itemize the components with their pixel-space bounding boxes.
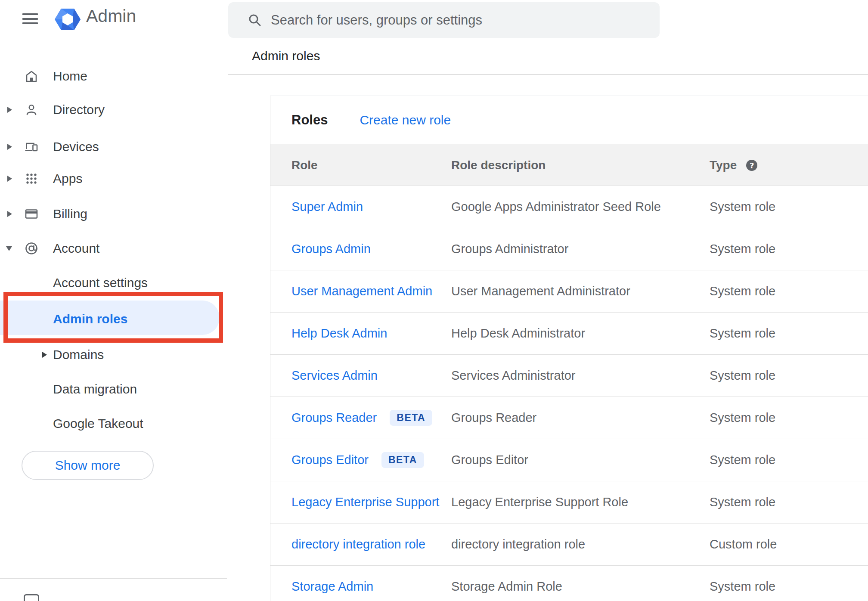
sidebar-item-devices[interactable]: Devices	[0, 130, 224, 164]
app-title: Admin	[86, 6, 136, 26]
role-type-cell: System role	[710, 270, 775, 312]
role-cell: directory integration role	[291, 524, 425, 565]
sidebar-item-domains[interactable]: Domains	[0, 338, 224, 372]
table-row: Storage Admin Storage Admin Role System …	[270, 566, 868, 601]
role-type-cell: System role	[710, 566, 775, 601]
expand-arrow-icon[interactable]	[7, 144, 12, 150]
role-description-cell: Storage Admin Role	[451, 566, 562, 601]
show-more-button[interactable]: Show more	[22, 451, 154, 480]
role-type-cell: System role	[710, 228, 775, 270]
role-link[interactable]: Legacy Enterprise Support	[291, 495, 439, 509]
role-link[interactable]: Services Admin	[291, 369, 378, 383]
table-row: Groups Reader BETA Groups Reader System …	[270, 397, 868, 439]
role-link[interactable]: directory integration role	[291, 537, 425, 551]
expand-arrow-icon[interactable]	[7, 176, 12, 182]
expand-arrow-icon[interactable]	[42, 352, 47, 358]
role-cell: Super Admin	[291, 186, 363, 228]
apps-grid-icon	[24, 171, 39, 186]
table-row: Help Desk Admin Help Desk Administrator …	[270, 313, 868, 355]
admin-logo-icon[interactable]	[55, 8, 81, 31]
clipped-bottom-icon	[24, 594, 39, 601]
role-cell: Legacy Enterprise Support	[291, 481, 439, 523]
role-description-cell: Help Desk Administrator	[451, 313, 585, 354]
breadcrumb: Admin roles	[252, 49, 320, 63]
card-icon	[24, 206, 39, 222]
expand-arrow-icon[interactable]	[7, 211, 12, 217]
sidebar-item-apps[interactable]: Apps	[0, 161, 224, 196]
person-icon	[24, 102, 39, 118]
column-header-type: Type ?	[710, 144, 757, 186]
sidebar-item-google-takeout[interactable]: Google Takeout	[0, 406, 224, 441]
sidebar-item-label: Data migration	[53, 382, 137, 397]
table-row: Super Admin Google Apps Administrator Se…	[270, 186, 868, 228]
sidebar-item-account-settings[interactable]: Account settings	[0, 266, 224, 300]
roles-heading: Roles	[291, 112, 328, 128]
menu-hamburger-icon[interactable]	[22, 13, 38, 24]
role-cell: Groups Editor BETA	[291, 439, 424, 481]
sidebar-item-billing[interactable]: Billing	[0, 197, 224, 231]
role-cell: Storage Admin	[291, 566, 373, 601]
role-description-cell: Legacy Enterprise Support Role	[451, 481, 628, 523]
role-description-cell: Groups Reader	[451, 397, 536, 439]
role-cell: Help Desk Admin	[291, 313, 387, 354]
sidebar-item-admin-roles[interactable]: Admin roles	[0, 302, 224, 336]
sidebar-item-data-migration[interactable]: Data migration	[0, 372, 224, 406]
sidebar-item-label: Devices	[53, 139, 99, 154]
table-row: User Management Admin User Management Ad…	[270, 270, 868, 313]
role-link[interactable]: User Management Admin	[291, 284, 432, 298]
sidebar-item-label: Home	[53, 69, 87, 84]
role-link[interactable]: Storage Admin	[291, 579, 373, 594]
create-new-role-link[interactable]: Create new role	[360, 113, 451, 127]
sidebar-item-label: Account settings	[53, 276, 148, 290]
role-description-cell: directory integration role	[451, 524, 585, 565]
role-cell: User Management Admin	[291, 270, 432, 312]
role-link[interactable]: Super Admin	[291, 200, 363, 214]
collapse-arrow-icon[interactable]	[6, 246, 12, 251]
role-description-cell: User Management Administrator	[451, 270, 630, 312]
sidebar-item-label: Google Takeout	[53, 416, 143, 431]
beta-badge: BETA	[381, 452, 424, 468]
expand-arrow-icon[interactable]	[7, 107, 12, 113]
at-sign-icon	[24, 241, 39, 256]
search-icon	[248, 13, 262, 28]
column-header-role: Role	[291, 144, 318, 186]
role-type-cell: Custom role	[710, 524, 777, 565]
search-input[interactable]	[270, 12, 660, 28]
sidebar-bottom-divider	[0, 578, 227, 579]
role-description-cell: Google Apps Administrator Seed Role	[451, 186, 661, 228]
role-link[interactable]: Groups Reader	[291, 411, 377, 425]
sidebar-item-label: Admin roles	[53, 312, 127, 326]
role-link[interactable]: Groups Admin	[291, 242, 371, 256]
column-header-description: Role description	[451, 144, 546, 186]
table-row: Groups Admin Groups Administrator System…	[270, 228, 868, 270]
home-icon	[24, 68, 39, 84]
devices-icon	[24, 139, 39, 155]
sidebar-item-account[interactable]: Account	[0, 231, 224, 266]
role-type-cell: System role	[710, 186, 775, 228]
sidebar-item-directory[interactable]: Directory	[0, 93, 224, 127]
role-type-cell: System role	[710, 439, 775, 481]
type-help-icon[interactable]: ?	[746, 160, 757, 171]
beta-badge: BETA	[390, 410, 432, 426]
table-row: Legacy Enterprise Support Legacy Enterpr…	[270, 481, 868, 524]
sidebar-item-home[interactable]: Home	[0, 59, 224, 93]
role-description-cell: Groups Editor	[451, 439, 528, 481]
roles-table-body: Super Admin Google Apps Administrator Se…	[270, 186, 868, 601]
sidebar-item-label: Directory	[53, 102, 105, 117]
role-description-cell: Groups Administrator	[451, 228, 568, 270]
role-link[interactable]: Help Desk Admin	[291, 326, 387, 341]
search-bar[interactable]	[228, 2, 660, 38]
sidebar-item-label: Billing	[53, 207, 87, 221]
role-cell: Groups Admin	[291, 228, 371, 270]
sidebar-item-label: Apps	[53, 171, 82, 186]
roles-table-header: Role Role description Type ?	[270, 144, 868, 186]
role-type-cell: System role	[710, 481, 775, 523]
role-cell: Services Admin	[291, 355, 378, 397]
breadcrumb-divider	[228, 74, 868, 75]
role-description-cell: Services Administrator	[451, 355, 576, 397]
table-row: Groups Editor BETA Groups Editor System …	[270, 439, 868, 481]
role-link[interactable]: Groups Editor	[291, 453, 369, 467]
role-type-cell: System role	[710, 397, 775, 439]
role-type-cell: System role	[710, 313, 775, 354]
google-admin-console: { "app": { "title": "Admin" }, "search":…	[0, 0, 868, 601]
